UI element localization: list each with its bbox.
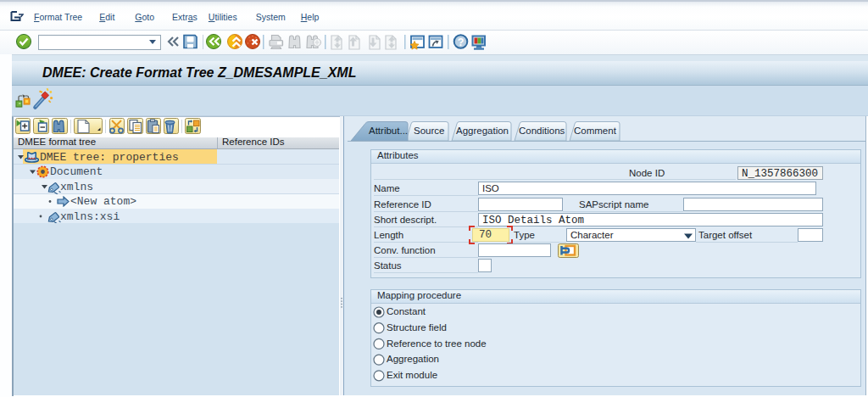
svg-text:?: ?: [458, 36, 465, 48]
